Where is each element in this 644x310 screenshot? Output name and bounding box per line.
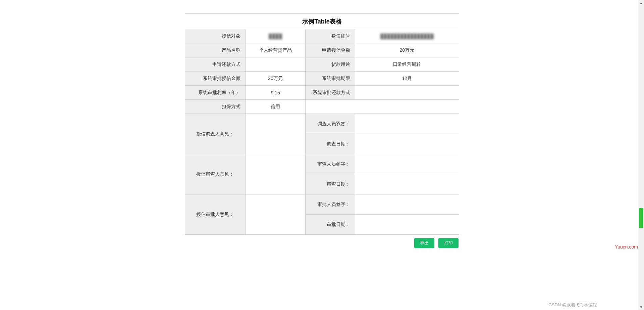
credit-form-table: 示例Table表格 授信对象 ████ 身份证号 ███████████████… bbox=[185, 13, 459, 235]
investigator-sign-label: 调查人员双签： bbox=[306, 114, 355, 134]
sys-approve-amount-value: 20万元 bbox=[245, 72, 306, 86]
approver-sign-label: 审批人员签字： bbox=[306, 194, 355, 215]
apply-repay-method-label: 申请还款方式 bbox=[185, 57, 246, 72]
product-name-value: 个人经营贷产品 bbox=[245, 43, 306, 57]
review-date-value bbox=[355, 174, 459, 194]
investigate-date-label: 调查日期： bbox=[306, 134, 355, 154]
approve-date-label: 审批日期： bbox=[306, 215, 355, 235]
id-number-label: 身份证号 bbox=[306, 29, 355, 43]
scroll-up-arrow-icon[interactable]: ▲ bbox=[638, 0, 644, 6]
sys-approve-amount-label: 系统审批授信金额 bbox=[185, 72, 246, 86]
table-title: 示例Table表格 bbox=[185, 14, 459, 29]
apply-repay-method-value bbox=[245, 57, 306, 72]
scroll-down-arrow-icon[interactable]: ▼ bbox=[638, 304, 644, 310]
table-row: 授信对象 ████ 身份证号 ████████████████ bbox=[185, 29, 459, 43]
reviewer-opinion-label: 授信审查人意见： bbox=[185, 154, 246, 194]
apply-credit-amount-label: 申请授信金额 bbox=[306, 43, 355, 57]
investigator-opinion-label: 授信调查人意见： bbox=[185, 114, 246, 154]
approver-opinion-value bbox=[245, 194, 306, 235]
approver-opinion-label: 授信审批人意见： bbox=[185, 194, 246, 235]
investigator-sign-value bbox=[355, 114, 459, 134]
sys-approve-rate-label: 系统审批利率（年） bbox=[185, 86, 246, 100]
loan-purpose-value: 日常经营周转 bbox=[355, 57, 459, 72]
empty-cell bbox=[306, 100, 459, 114]
product-name-label: 产品名称 bbox=[185, 43, 246, 57]
guarantee-method-value: 信用 bbox=[245, 100, 306, 114]
table-row: 担保方式 信用 bbox=[185, 100, 459, 114]
table-row: 申请还款方式 贷款用途 日常经营周转 bbox=[185, 57, 459, 72]
review-date-label: 审查日期： bbox=[306, 174, 355, 194]
form-container: 示例Table表格 授信对象 ████ 身份证号 ███████████████… bbox=[185, 13, 459, 248]
reviewer-sign-value bbox=[355, 154, 459, 174]
table-row: 系统审批授信金额 20万元 系统审批期限 12月 bbox=[185, 72, 459, 86]
print-button[interactable]: 打印 bbox=[438, 238, 459, 248]
yuucn-watermark: Yuucn.com bbox=[615, 244, 638, 250]
sys-approve-term-value: 12月 bbox=[355, 72, 459, 86]
button-row: 导出 打印 bbox=[185, 238, 459, 248]
credit-target-label: 授信对象 bbox=[185, 29, 246, 43]
sys-approve-rate-value: 9.15 bbox=[245, 86, 306, 100]
guarantee-method-label: 担保方式 bbox=[185, 100, 246, 114]
sys-approve-term-label: 系统审批期限 bbox=[306, 72, 355, 86]
apply-credit-amount-value: 20万元 bbox=[355, 43, 459, 57]
scrollbar-track[interactable]: ▲ ▼ bbox=[638, 0, 644, 310]
table-row: 系统审批利率（年） 9.15 系统审批还款方式 bbox=[185, 86, 459, 100]
reviewer-sign-label: 审查人员签字： bbox=[306, 154, 355, 174]
sys-approve-repay-value bbox=[355, 86, 459, 100]
reviewer-opinion-value bbox=[245, 154, 306, 194]
sys-approve-repay-label: 系统审批还款方式 bbox=[306, 86, 355, 100]
investigator-opinion-value bbox=[245, 114, 306, 154]
title-row: 示例Table表格 bbox=[185, 14, 459, 29]
loan-purpose-label: 贷款用途 bbox=[306, 57, 355, 72]
csdn-watermark: CSDN @跟着飞哥学编程 bbox=[548, 302, 597, 308]
credit-target-value: ████ bbox=[245, 29, 306, 43]
scrollbar-thumb[interactable] bbox=[639, 208, 643, 228]
export-button[interactable]: 导出 bbox=[414, 238, 434, 248]
id-number-value: ████████████████ bbox=[355, 29, 459, 43]
table-row: 授信调查人意见： 调查人员双签： bbox=[185, 114, 459, 134]
table-row: 授信审查人意见： 审查人员签字： bbox=[185, 154, 459, 174]
investigate-date-value bbox=[355, 134, 459, 154]
table-row: 授信审批人意见： 审批人员签字： bbox=[185, 194, 459, 215]
table-row: 产品名称 个人经营贷产品 申请授信金额 20万元 bbox=[185, 43, 459, 57]
approve-date-value bbox=[355, 215, 459, 235]
approver-sign-value bbox=[355, 194, 459, 215]
